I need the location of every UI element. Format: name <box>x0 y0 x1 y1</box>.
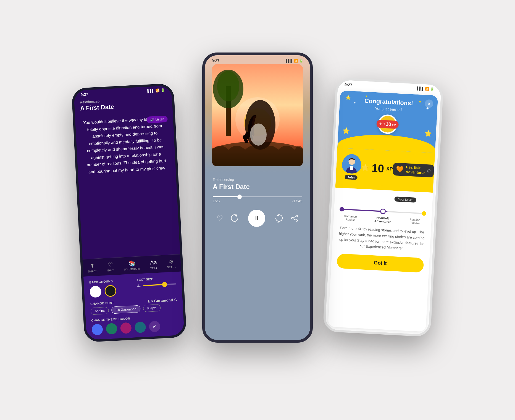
congrats-white-section: Your Level RomanceRookie HeartfeltAdvent… <box>331 188 433 279</box>
time-current: 1:25 <box>213 199 220 203</box>
svg-point-8 <box>250 124 267 146</box>
battery-icon-center: 🔋 <box>299 59 303 63</box>
player-section: Relationship A First Date 1:25 -17:45 ♡ <box>205 172 310 340</box>
heart-button[interactable]: ♡ <box>217 214 223 223</box>
xp-plus: + <box>379 121 382 127</box>
rank-badge: 🧡 Heartfelt Adventurer ⓘ <box>393 163 434 177</box>
player-controls: ♡ 5 ⏸ 5 <box>213 210 302 227</box>
nav-text[interactable]: Aa TEXT <box>150 259 157 269</box>
svg-line-12 <box>293 217 296 218</box>
share-icon: ⬆ <box>90 262 95 269</box>
story-text-left: You wouldn't believe the way my life too… <box>75 110 180 259</box>
phones-container: 9:27 ▌▌▌ 📶 🔋 Relationship A First Date 🔊… <box>64 30 451 390</box>
info-icon[interactable]: ⓘ <box>427 169 431 174</box>
nav-share[interactable]: ⬆ SHARE <box>88 262 98 273</box>
nav-settings[interactable]: ⚙ SETT... <box>167 258 176 269</box>
nav-save-label: SAVE <box>107 269 114 272</box>
level-section: Your Level RomanceRookie HeartfeltAdvent… <box>339 193 427 225</box>
font-garamond[interactable]: Eb Garamond <box>111 305 141 314</box>
theme-blue[interactable] <box>91 324 103 335</box>
bg-white[interactable] <box>90 286 102 298</box>
text-icon: Aa <box>150 259 157 266</box>
svg-rect-16 <box>350 166 353 170</box>
font-poppins[interactable]: oppins <box>91 307 109 315</box>
phone-center: 9:27 ▌▌▌ 📶 🔋 ✕ <box>202 53 313 343</box>
share-button[interactable] <box>291 214 298 222</box>
nav-save[interactable]: ♡ SAVE <box>107 261 114 272</box>
level-dot-2 <box>380 208 386 214</box>
congrats-close-button[interactable]: ✕ <box>425 99 433 108</box>
nav-library[interactable]: 📚 MY LIBRARY <box>124 260 141 271</box>
pause-button[interactable]: ⏸ <box>248 210 265 227</box>
star-deco-3: ★ <box>365 95 368 98</box>
star-deco-1: ⭐ <box>345 95 351 100</box>
theme-teal[interactable] <box>135 321 146 333</box>
theme-pink[interactable] <box>120 322 132 334</box>
level-names: RomanceRookie HeartfeltAdventurer Passio… <box>339 214 426 225</box>
rewind-button[interactable]: 5 <box>231 213 241 223</box>
theme-circles <box>91 320 179 335</box>
status-icons-center: ▌▌▌ 📶 🔋 <box>286 59 303 63</box>
progress-bar-fill <box>213 196 240 197</box>
time-left: 9:27 <box>80 92 88 97</box>
svg-line-13 <box>293 219 296 220</box>
time-labels: 1:25 -17:45 <box>213 199 302 203</box>
player-category: Relationship <box>213 177 302 182</box>
text-size-value: A- <box>137 284 141 288</box>
medal-circle: + +10 XP <box>377 114 398 135</box>
progress-bar-container[interactable]: 1:25 -17:45 <box>213 196 302 203</box>
center-image-area: ✕ <box>205 64 310 172</box>
time-right: 9:27 <box>345 82 353 87</box>
listen-button[interactable]: 🔊 Listen <box>146 116 168 123</box>
wifi-icon-right: 📶 <box>425 87 429 91</box>
battery-icon-left: 🔋 <box>161 88 165 93</box>
level-label: Your Level <box>394 196 416 203</box>
font-options: oppins Eb Garamond Playfa <box>91 303 178 315</box>
status-icons-left: ▌▌▌ 📶 🔋 <box>147 88 165 93</box>
slider-thumb <box>162 282 167 287</box>
svg-point-11 <box>296 220 298 221</box>
star-deco-2: ✦ <box>353 101 356 105</box>
user-name: John <box>345 175 358 180</box>
settings-icon: ⚙ <box>169 258 174 265</box>
theme-purple[interactable] <box>149 321 161 332</box>
time-center: 9:27 <box>212 59 219 63</box>
text-size-label: TEXT SIZE <box>136 276 176 281</box>
heart-icon: ♡ <box>108 261 113 268</box>
theme-green[interactable] <box>106 323 117 335</box>
earn-text: Earn more XP by reading stories and to l… <box>338 225 425 253</box>
signal-icon-center: ▌▌▌ <box>286 59 293 63</box>
wifi-icon-center: 📶 <box>294 59 298 63</box>
xp-unit-display: XP <box>386 166 393 172</box>
level-name-3: PassionPioneer <box>404 217 426 225</box>
phone-right: 9:27 ▌▌▌ 📶 🔋 ⭐ ✦ ★ ★ ✦ ⭐ ⭐ <box>323 77 444 337</box>
text-size-group: TEXT SIZE A- <box>136 276 177 295</box>
font-playfair[interactable]: Playfa <box>143 304 161 312</box>
level-name-1: RomanceRookie <box>339 214 361 222</box>
xp-amount-badge: +10 <box>383 121 391 127</box>
user-avatar-area: John <box>341 154 362 180</box>
text-size-row: A- <box>137 282 176 288</box>
svg-point-6 <box>217 71 239 101</box>
congrats-header: ⭐ ✦ ★ ★ ✦ ⭐ ⭐ ✕ Congratulations! You jus… <box>337 90 438 153</box>
nav-text-label: TEXT <box>150 266 157 269</box>
status-icons-right: ▌▌▌ 📶 🔋 <box>417 86 435 91</box>
speaker-icon: 🔊 <box>150 118 154 122</box>
congrats-modal: ⭐ ✦ ★ ★ ✦ ⭐ ⭐ ✕ Congratulations! You jus… <box>328 90 438 332</box>
svg-point-9 <box>296 215 298 217</box>
bg-black[interactable] <box>104 285 117 297</box>
user-card: John ⭐ 10 XP 🧡 Heartfelt <box>341 151 429 188</box>
svg-point-10 <box>291 217 293 219</box>
size-slider[interactable] <box>143 283 176 286</box>
got-it-button[interactable]: Got it <box>337 254 424 273</box>
level-dot-1 <box>340 207 344 212</box>
progress-bar-track <box>213 196 302 197</box>
story-artwork <box>212 64 303 166</box>
forward-button[interactable]: 5 <box>273 213 283 223</box>
avatar-bubble <box>341 154 362 174</box>
background-label: BACKGROUND <box>89 279 128 284</box>
wifi-icon-left: 📶 <box>156 89 160 93</box>
theme-section: CHANGE THEME COLOR <box>91 314 179 335</box>
nav-library-label: MY LIBRARY <box>124 267 141 271</box>
nav-settings-label: SETT... <box>167 265 176 269</box>
